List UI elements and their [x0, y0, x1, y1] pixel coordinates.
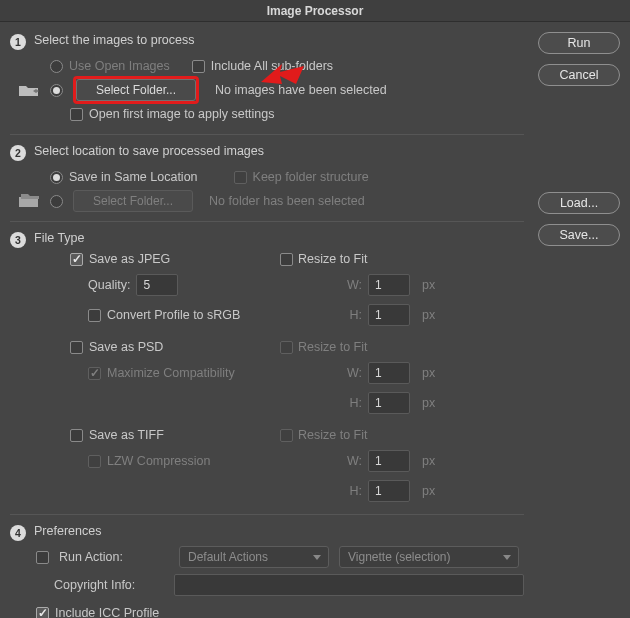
include-icc-checkbox[interactable]: [36, 607, 49, 619]
psd-resize-checkbox: [280, 341, 293, 354]
jpeg-w-unit: px: [418, 278, 442, 292]
jpeg-convert-srgb-label: Convert Profile to sRGB: [107, 308, 240, 322]
jpeg-height-input: [368, 304, 410, 326]
select-dest-folder-button[interactable]: Select Folder...: [73, 190, 193, 212]
source-folder-status: No images have been selected: [215, 83, 387, 97]
jpeg-quality-input[interactable]: [136, 274, 178, 296]
tiff-resize-label: Resize to Fit: [298, 428, 442, 442]
psd-h-unit: px: [418, 396, 442, 410]
jpeg-quality-label: Quality:: [88, 278, 130, 292]
psd-h-label: H:: [298, 396, 368, 410]
jpeg-resize-checkbox[interactable]: [280, 253, 293, 266]
save-tiff-label: Save as TIFF: [89, 428, 164, 442]
select-source-folder-button[interactable]: Select Folder...: [76, 79, 196, 101]
jpeg-w-label: W:: [298, 278, 368, 292]
psd-width-input: [368, 362, 410, 384]
keep-folder-structure-label: Keep folder structure: [253, 170, 369, 184]
keep-folder-structure-checkbox: [234, 171, 247, 184]
psd-w-unit: px: [418, 366, 442, 380]
divider: [10, 514, 524, 515]
psd-height-input: [368, 392, 410, 414]
tiff-w-unit: px: [418, 454, 442, 468]
psd-max-compat-label: Maximize Compatibility: [107, 366, 235, 380]
section-heading-2: Select location to save processed images: [34, 144, 264, 158]
section-number-3: 3: [10, 232, 26, 248]
divider: [10, 134, 524, 135]
action-select[interactable]: Vignette (selection): [339, 546, 519, 568]
dest-folder-icon: [18, 193, 40, 209]
psd-resize-label: Resize to Fit: [298, 340, 442, 354]
jpeg-resize-label: Resize to Fit: [298, 252, 442, 266]
jpeg-h-label: H:: [298, 308, 368, 322]
tiff-resize-checkbox: [280, 429, 293, 442]
section-heading-4: Preferences: [34, 524, 101, 538]
select-source-folder-radio[interactable]: [50, 84, 63, 97]
tiff-w-label: W:: [298, 454, 368, 468]
section-heading-1: Select the images to process: [34, 33, 195, 47]
save-tiff-checkbox[interactable]: [70, 429, 83, 442]
section-number-4: 4: [10, 525, 26, 541]
use-open-images-radio: [50, 60, 63, 73]
open-first-image-label: Open first image to apply settings: [89, 107, 275, 121]
run-action-label: Run Action:: [59, 550, 169, 564]
use-open-images-label: Use Open Images: [69, 59, 170, 73]
copyright-label: Copyright Info:: [36, 578, 164, 592]
open-first-image-checkbox[interactable]: [70, 108, 83, 121]
include-subfolders-checkbox[interactable]: [192, 60, 205, 73]
run-action-checkbox[interactable]: [36, 551, 49, 564]
save-same-location-radio[interactable]: [50, 171, 63, 184]
action-set-select[interactable]: Default Actions: [179, 546, 329, 568]
run-button[interactable]: Run: [538, 32, 620, 54]
select-dest-folder-radio[interactable]: [50, 195, 63, 208]
section-number-2: 2: [10, 145, 26, 161]
save-same-location-label: Save in Same Location: [69, 170, 198, 184]
tiff-lzw-checkbox: [88, 455, 101, 468]
psd-w-label: W:: [298, 366, 368, 380]
tiff-height-input: [368, 480, 410, 502]
jpeg-h-unit: px: [418, 308, 442, 322]
save-psd-label: Save as PSD: [89, 340, 163, 354]
dest-folder-status: No folder has been selected: [209, 194, 365, 208]
section-number-1: 1: [10, 34, 26, 50]
include-icc-label: Include ICC Profile: [55, 606, 159, 618]
save-jpeg-label: Save as JPEG: [89, 252, 170, 266]
section-heading-3: File Type: [34, 231, 85, 245]
source-folder-icon: [18, 82, 40, 98]
tiff-h-label: H:: [298, 484, 368, 498]
divider: [10, 221, 524, 222]
jpeg-width-input: [368, 274, 410, 296]
tiff-lzw-label: LZW Compression: [107, 454, 211, 468]
include-subfolders-label: Include All sub-folders: [211, 59, 333, 73]
window-title: Image Processor: [0, 0, 630, 22]
copyright-input[interactable]: [174, 574, 524, 596]
load-button[interactable]: Load...: [538, 192, 620, 214]
save-psd-checkbox[interactable]: [70, 341, 83, 354]
cancel-button[interactable]: Cancel: [538, 64, 620, 86]
save-jpeg-checkbox[interactable]: [70, 253, 83, 266]
jpeg-convert-srgb-checkbox[interactable]: [88, 309, 101, 322]
psd-max-compat-checkbox: [88, 367, 101, 380]
tiff-width-input: [368, 450, 410, 472]
save-button[interactable]: Save...: [538, 224, 620, 246]
tiff-h-unit: px: [418, 484, 442, 498]
